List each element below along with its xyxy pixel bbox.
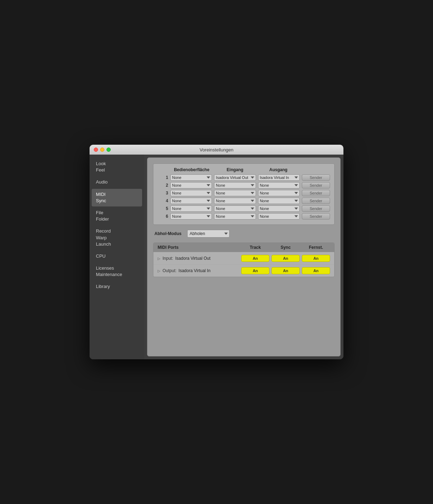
abhol-label: Abhol-Modus: [154, 231, 182, 236]
interface-section: Bedienoberfläche Eingang Ausgang 1 None …: [153, 163, 335, 225]
interface-select-6[interactable]: None: [170, 213, 212, 220]
port-name-input: Isadora Virtual Out: [175, 256, 211, 261]
window-title: Voreinstellungen: [200, 147, 233, 152]
input-select-1[interactable]: Isadora Virtual Out None: [214, 174, 256, 181]
output-sync-btn[interactable]: An: [272, 267, 300, 274]
abhol-row: Abhol-Modus Abholen Sofort Relativ: [153, 230, 335, 238]
interface-row-3: 3 None None None Sender: [158, 190, 330, 196]
input-fernst-btn[interactable]: An: [302, 255, 330, 262]
input-select-5[interactable]: None: [214, 205, 256, 212]
output-track-btn[interactable]: An: [241, 267, 269, 274]
sidebar-item-library[interactable]: Library: [92, 281, 142, 292]
port-type-output: Output:: [163, 268, 176, 273]
abhol-select[interactable]: Abholen Sofort Relativ: [187, 230, 230, 238]
midi-ports-header: MIDI Ports Track Sync Fernst.: [153, 243, 334, 252]
input-track-btn[interactable]: An: [241, 255, 269, 262]
col-header-output: Ausgang: [258, 167, 299, 172]
interface-row-6: 6 None None None Sender: [158, 213, 330, 220]
maximize-button[interactable]: [106, 148, 111, 152]
output-select-1[interactable]: Isadora Virtual In None: [258, 174, 300, 181]
col-header-track: Track: [241, 245, 269, 250]
midi-port-row-output: ▷ Output: Isadora Virtual In An An An: [153, 264, 334, 277]
output-select-3[interactable]: None: [258, 190, 300, 196]
output-select-2[interactable]: None: [258, 182, 300, 188]
sender-btn-2[interactable]: Sender: [302, 182, 330, 188]
window-body: LookFeel Audio MIDISync FileFolder Recor…: [90, 155, 343, 359]
sender-btn-4[interactable]: Sender: [302, 198, 330, 204]
output-select-4[interactable]: None: [258, 198, 300, 204]
input-select-3[interactable]: None: [214, 190, 256, 196]
port-name-output: Isadora Virtual In: [178, 268, 211, 273]
sidebar-item-audio[interactable]: Audio: [92, 176, 142, 188]
titlebar: Voreinstellungen: [90, 145, 343, 155]
input-select-6[interactable]: None: [214, 213, 256, 220]
traffic-lights: [94, 148, 111, 152]
col-header-sync: Sync: [272, 245, 300, 250]
interface-select-1[interactable]: None: [170, 174, 212, 181]
midi-ports-section: MIDI Ports Track Sync Fernst. ▷ Input: I…: [153, 242, 335, 277]
interface-table-header: Bedienoberfläche Eingang Ausgang: [158, 167, 330, 172]
main-window: Voreinstellungen LookFeel Audio MIDISync…: [90, 145, 343, 359]
sidebar-item-midi-sync[interactable]: MIDISync: [92, 189, 142, 206]
interface-row-4: 4 None None None Sender: [158, 198, 330, 204]
col-header-fernst: Fernst.: [302, 245, 330, 250]
close-button[interactable]: [94, 148, 98, 152]
main-content-area: Bedienoberfläche Eingang Ausgang 1 None …: [147, 157, 341, 356]
sender-btn-5[interactable]: Sender: [302, 205, 330, 212]
output-fernst-btn[interactable]: An: [302, 267, 330, 274]
midi-port-row-input: ▷ Input: Isadora Virtual Out An An An: [153, 252, 334, 264]
row-num-5: 5: [158, 206, 168, 211]
interface-select-2[interactable]: None: [170, 182, 212, 188]
input-select-4[interactable]: None: [214, 198, 256, 204]
expand-arrow-output[interactable]: ▷: [158, 269, 160, 273]
row-num-6: 6: [158, 214, 168, 219]
input-select-2[interactable]: None: [214, 182, 256, 188]
port-type-input: Input:: [163, 256, 173, 261]
row-num-3: 3: [158, 191, 168, 196]
minimize-button[interactable]: [100, 148, 104, 152]
expand-arrow-input[interactable]: ▷: [158, 257, 160, 260]
interface-row-1: 1 None Isadora Virtual Out None Isadora …: [158, 174, 330, 181]
output-select-6[interactable]: None: [258, 213, 300, 220]
row-num-2: 2: [158, 183, 168, 188]
col-header-interface: Bedienoberfläche: [171, 167, 212, 172]
sidebar-item-licenses-maintenance[interactable]: LicensesMaintenance: [92, 263, 142, 280]
sidebar-item-look-feel[interactable]: LookFeel: [92, 158, 142, 176]
sender-btn-1[interactable]: Sender: [302, 174, 330, 181]
interface-row-2: 2 None None None Sender: [158, 182, 330, 188]
interface-select-3[interactable]: None: [170, 190, 212, 196]
sidebar-item-cpu[interactable]: CPU: [92, 251, 142, 262]
row-num-1: 1: [158, 175, 168, 180]
output-select-5[interactable]: None: [258, 205, 300, 212]
col-header-midi-ports: MIDI Ports: [158, 245, 239, 250]
input-sync-btn[interactable]: An: [272, 255, 300, 262]
sidebar: LookFeel Audio MIDISync FileFolder Recor…: [90, 155, 144, 359]
midi-port-output-label: ▷ Output: Isadora Virtual In: [158, 268, 239, 273]
interface-row-5: 5 None None None Sender: [158, 205, 330, 212]
col-header-input: Eingang: [214, 167, 256, 172]
midi-port-input-label: ▷ Input: Isadora Virtual Out: [158, 256, 239, 261]
row-num-4: 4: [158, 198, 168, 203]
sidebar-item-file-folder[interactable]: FileFolder: [92, 207, 142, 225]
sender-btn-6[interactable]: Sender: [302, 213, 330, 220]
sidebar-item-record-warp-launch[interactable]: RecordWarpLaunch: [92, 226, 142, 250]
interface-select-4[interactable]: None: [170, 198, 212, 204]
sender-btn-3[interactable]: Sender: [302, 190, 330, 196]
interface-select-5[interactable]: None: [170, 205, 212, 212]
